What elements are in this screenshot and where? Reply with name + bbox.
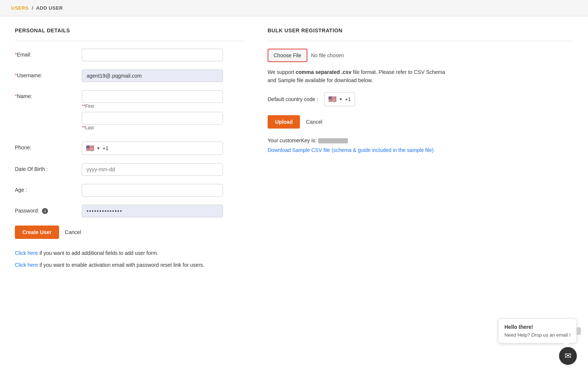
upload-button[interactable]: Upload [268,115,300,129]
last-name-label: **Last [82,125,223,130]
dob-input-wrap [82,163,223,176]
phone-flag: 🇺🇸 [86,144,94,152]
customer-key-row: Your customerKey is: [268,137,573,143]
first-name-label: **First [82,104,223,109]
age-label: Age : [15,184,82,193]
breadcrumb-separator: / [32,5,33,11]
username-row: *Username: [15,69,245,82]
phone-code: +1 [103,145,109,151]
bulk-country-flag: 🇺🇸 [328,95,336,103]
breadcrumb-users-link[interactable]: USERS [11,5,29,11]
click-here-section-2: Click here if you want to enable activat… [15,262,245,268]
customer-key-label: Your customerKey is: [268,137,317,143]
email-field[interactable] [82,49,223,61]
bulk-cancel-button[interactable]: Cancel [306,119,322,125]
bulk-registration-title: BULK USER REGISTRATION [268,27,573,33]
password-label: Password: i [15,205,82,214]
email-label: *Email: [15,49,82,58]
age-input-wrap [82,184,223,197]
dob-row: Date Of Birth : [15,163,245,176]
phone-label: Phone: [15,142,82,150]
form-action-row: Create User Cancel [15,226,245,239]
click-here-text-1: if you want to add additional fields to … [39,250,158,256]
phone-input-wrap: 🇺🇸 ▼ +1 [82,142,223,155]
name-row: *Name: **First **Last [15,90,245,133]
last-name-field[interactable] [82,112,223,124]
bulk-country-code-value: +1 [345,96,351,102]
bulk-action-row: Upload Cancel [268,115,573,129]
personal-details-panel: PERSONAL DETAILS *Email: *Username: *Nam… [15,27,245,274]
csv-info-text: We support comma separated .csv file for… [268,68,453,85]
first-name-wrap: **First [82,90,223,109]
country-code-row: Default country code : 🇺🇸 ▼ +1 [268,92,573,106]
top-bar: USERS / ADD USER [0,0,588,16]
bulk-country-dropdown-arrow: ▼ [339,97,343,101]
age-row: Age : [15,184,245,197]
create-user-button[interactable]: Create User [15,226,59,239]
phone-row: Phone: 🇺🇸 ▼ +1 [15,142,245,155]
choose-file-button[interactable]: Choose File [268,49,307,62]
age-field[interactable] [82,184,223,197]
email-required-star: * [15,52,17,58]
customer-key-value [318,138,348,143]
country-code-label: Default country code : [268,96,318,102]
dob-field[interactable] [82,163,223,176]
bulk-registration-panel: BULK USER REGISTRATION Choose File No fi… [268,27,573,274]
bulk-divider [268,41,573,41]
phone-country-dropdown[interactable]: ▼ [96,146,100,150]
username-input-wrap [82,69,223,82]
name-required-star: * [15,93,17,99]
password-row: Password: i [15,205,245,217]
click-here-link-1[interactable]: Click here [15,250,38,256]
personal-details-title: PERSONAL DETAILS [15,27,245,33]
password-input-wrap [82,205,223,217]
last-name-wrap: **Last [82,112,223,130]
username-field[interactable] [82,69,223,82]
file-upload-row: Choose File No file chosen [268,49,573,62]
click-here-text-2: if you want to enable activation email w… [39,262,204,268]
name-group: **First **Last [82,90,223,133]
phone-input[interactable]: 🇺🇸 ▼ +1 [82,142,223,155]
country-code-select[interactable]: 🇺🇸 ▼ +1 [324,92,355,106]
username-label: *Username: [15,69,82,78]
dob-label: Date Of Birth : [15,163,82,172]
breadcrumb: USERS / ADD USER [11,5,577,11]
breadcrumb-current: ADD USER [36,5,63,11]
divider [15,41,245,41]
email-row: *Email: [15,49,245,61]
email-input-wrap [82,49,223,61]
password-field[interactable] [82,205,223,217]
click-here-section-1: Click here if you want to add additional… [15,250,245,256]
username-required-star: * [15,72,17,78]
personal-cancel-button[interactable]: Cancel [65,229,81,235]
download-csv-link[interactable]: Download Sample CSV file (schema & guide… [268,147,434,153]
name-label: *Name: [15,90,82,99]
main-content: PERSONAL DETAILS *Email: *Username: *Nam… [0,16,588,285]
first-name-field[interactable] [82,90,223,103]
password-info-icon[interactable]: i [42,208,48,214]
click-here-link-2[interactable]: Click here [15,262,38,268]
no-file-text: No file chosen [311,52,344,58]
